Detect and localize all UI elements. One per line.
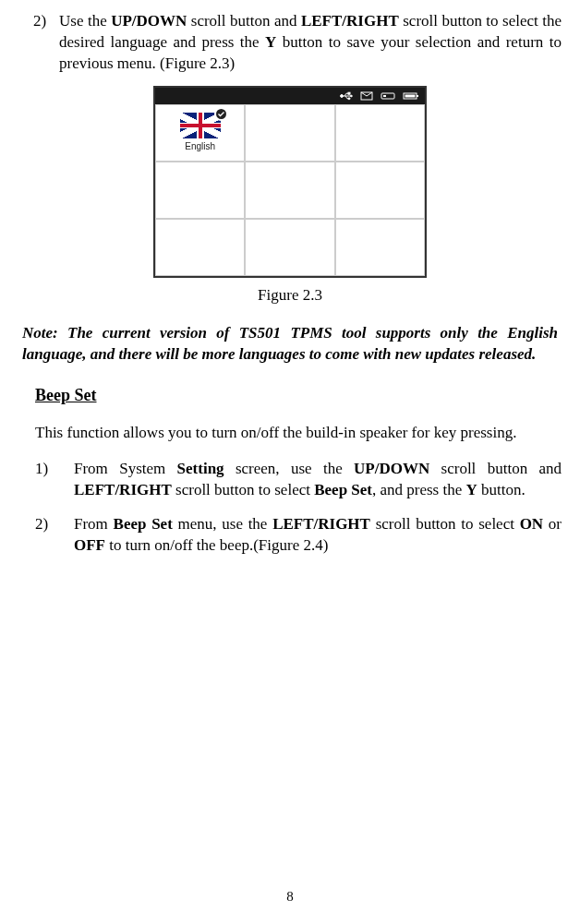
page-number: 8 xyxy=(0,887,580,906)
battery-icon xyxy=(403,91,419,101)
beep-step-1: 1) From System Setting screen, use the U… xyxy=(18,459,562,501)
step-number: 1) xyxy=(35,459,74,501)
kw: Setting xyxy=(177,460,224,477)
language-grid: English xyxy=(155,104,425,276)
step-text: Use the UP/DOWN scroll button and LEFT/R… xyxy=(59,11,562,75)
t: to turn on/off the beep.(Figure 2.4) xyxy=(105,536,328,554)
flag-wrap xyxy=(180,113,221,138)
note-text: Note: The current version of TS501 TPMS … xyxy=(18,323,562,366)
language-cell-empty xyxy=(155,162,245,219)
language-label: English xyxy=(185,140,215,153)
language-cell-empty xyxy=(245,219,334,276)
section-heading-beep-set: Beep Set xyxy=(18,384,562,406)
t: From System xyxy=(74,460,177,477)
figure-2-3: English xyxy=(18,86,562,278)
svg-rect-7 xyxy=(405,94,416,97)
selected-check-icon xyxy=(214,107,228,121)
kw: Y xyxy=(466,481,477,498)
svg-point-2 xyxy=(348,98,350,100)
t: From xyxy=(74,515,114,533)
language-cell-empty xyxy=(245,162,334,219)
section-description: This function allows you to turn on/off … xyxy=(18,423,562,444)
step-number: 2) xyxy=(18,11,59,75)
language-cell-empty xyxy=(335,104,425,162)
language-cell-empty xyxy=(245,104,334,162)
kw: Beep Set xyxy=(114,515,173,533)
t: scroll button to select xyxy=(172,481,314,498)
figure-caption: Figure 2.3 xyxy=(18,285,562,306)
step-2: 2) Use the UP/DOWN scroll button and LEF… xyxy=(18,11,562,75)
t: or xyxy=(543,515,562,533)
t: , and press the xyxy=(372,481,466,498)
step-text: From System Setting screen, use the UP/D… xyxy=(74,459,562,501)
t: scroll button and xyxy=(187,12,301,30)
device-statusbar xyxy=(155,88,425,104)
step-text: From Beep Set menu, use the LEFT/RIGHT s… xyxy=(74,514,562,557)
device-screenshot: English xyxy=(153,86,427,278)
kw-y: Y xyxy=(265,33,276,51)
language-cell-empty xyxy=(155,219,245,276)
svg-rect-8 xyxy=(417,95,418,97)
language-cell-english: English xyxy=(155,104,245,162)
language-cell-empty xyxy=(335,162,425,219)
kw: LEFT/RIGHT xyxy=(74,481,172,498)
language-cell-empty xyxy=(335,219,425,276)
kw: OFF xyxy=(74,536,105,554)
t: button. xyxy=(477,481,526,498)
t: scroll button and xyxy=(429,460,562,477)
t: Use the xyxy=(59,12,111,30)
t: screen, use the xyxy=(224,460,354,477)
kw: ON xyxy=(520,515,544,533)
beep-step-2: 2) From Beep Set menu, use the LEFT/RIGH… xyxy=(18,514,562,557)
kw: UP/DOWN xyxy=(354,460,429,477)
kw-updown: UP/DOWN xyxy=(111,12,187,30)
t: menu, use the xyxy=(173,515,272,533)
t: scroll button to select xyxy=(370,515,520,533)
step-number: 2) xyxy=(35,514,74,557)
kw: Beep Set xyxy=(314,481,372,498)
kw: LEFT/RIGHT xyxy=(272,515,370,533)
usb-icon xyxy=(340,91,353,101)
svg-rect-1 xyxy=(348,92,350,94)
mail-icon xyxy=(360,91,373,101)
card-icon xyxy=(381,91,395,101)
svg-rect-5 xyxy=(383,95,386,97)
kw-leftright: LEFT/RIGHT xyxy=(301,12,399,30)
